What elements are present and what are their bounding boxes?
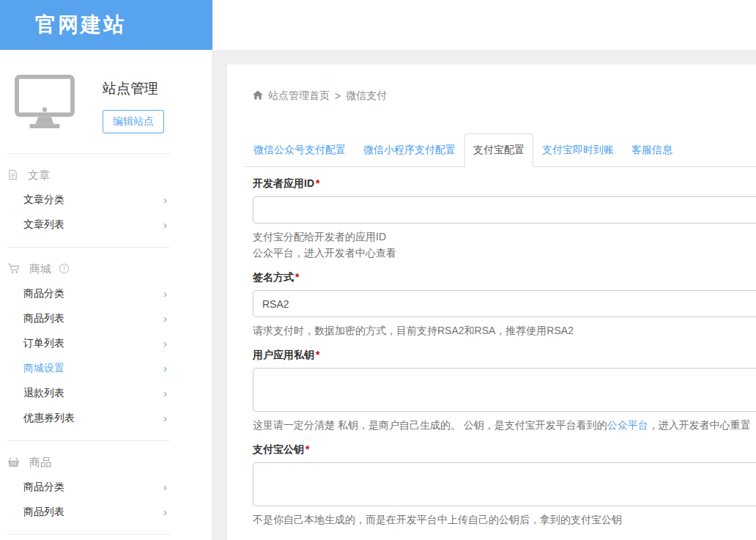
chevron-right-icon: › bbox=[163, 507, 167, 517]
required-asterisk: * bbox=[305, 443, 309, 455]
menu-item-label: 文章列表 bbox=[23, 218, 64, 232]
sidebar-section-goods: 商品 bbox=[0, 451, 212, 475]
sidebar-divider bbox=[7, 247, 170, 248]
sidebar-divider bbox=[7, 534, 170, 535]
chevron-right-icon: › bbox=[163, 195, 167, 205]
help-text: 公众平台，进入开发者中心查看 bbox=[253, 245, 756, 261]
menu-item-label: 商品列表 bbox=[23, 312, 64, 325]
sidebar: 站点管理 编辑站点 文章 文章分类 › 文章列表 › 商城 商品分类 › 商品列… bbox=[0, 50, 213, 540]
content-card: 站点管理首页 > 微信支付 微信公众号支付配置 微信小程序支付配置 支付宝配置 … bbox=[227, 64, 756, 540]
menu-item-label: 文章分类 bbox=[23, 193, 64, 207]
field-label: 签名方式* bbox=[253, 271, 756, 284]
monitor-icon bbox=[15, 75, 75, 133]
sidebar-item-goods-category[interactable]: 商品分类 › bbox=[23, 475, 167, 500]
field-label: 用户应用私钥* bbox=[253, 349, 756, 362]
menu-item-label: 优惠券列表 bbox=[23, 412, 75, 425]
site-info: 站点管理 编辑站点 bbox=[103, 75, 164, 133]
field-label: 开发者应用ID* bbox=[253, 177, 756, 191]
help-text: 这里请一定分清楚 私钥，是商户自己生成的。 公钥，是支付宝开发平台看到的公众平台… bbox=[253, 417, 756, 433]
menu-item-label: 商品列表 bbox=[23, 506, 64, 519]
alipay-config-form: 开发者应用ID* 支付宝分配给开发者的应用ID 公众平台，进入开发者中心查看 签… bbox=[253, 177, 756, 540]
sign-type-input[interactable] bbox=[253, 290, 756, 317]
breadcrumb-home[interactable]: 站点管理首页 bbox=[268, 89, 330, 103]
menu-item-label: 退款列表 bbox=[23, 387, 64, 400]
home-icon bbox=[253, 90, 263, 102]
help-text: 请求支付时，数据加密的方式，目前支持RSA2和RSA，推荐使用RSA2 bbox=[253, 322, 756, 339]
private-key-textarea[interactable] bbox=[253, 368, 756, 412]
menu-item-label: 商城设置 bbox=[23, 362, 64, 375]
form-group-app-id: 开发者应用ID* 支付宝分配给开发者的应用ID 公众平台，进入开发者中心查看 bbox=[253, 177, 756, 261]
chevron-right-icon: › bbox=[163, 388, 167, 399]
site-block: 站点管理 编辑站点 bbox=[0, 50, 212, 144]
tab-bar: 微信公众号支付配置 微信小程序支付配置 支付宝配置 支付宝即时到账 客服信息 bbox=[245, 133, 756, 167]
sidebar-item-goods-list[interactable]: 商品列表 › bbox=[23, 500, 167, 525]
chevron-right-icon: › bbox=[163, 314, 167, 324]
chevron-right-icon: › bbox=[163, 220, 167, 230]
required-asterisk: * bbox=[316, 177, 319, 189]
sidebar-item-coupon-list[interactable]: 优惠券列表 › bbox=[23, 406, 167, 431]
sidebar-section-mall: 商城 bbox=[0, 257, 212, 281]
sidebar-item-product-list[interactable]: 商品列表 › bbox=[23, 306, 167, 331]
tab-wechat-miniprogram-pay[interactable]: 微信小程序支付配置 bbox=[355, 133, 464, 167]
menu-item-label: 商品分类 bbox=[23, 287, 64, 300]
alipay-public-key-textarea[interactable] bbox=[253, 462, 756, 506]
chevron-right-icon: › bbox=[163, 413, 167, 424]
sidebar-item-order-list[interactable]: 订单列表 › bbox=[23, 331, 167, 356]
site-title: 站点管理 bbox=[103, 79, 164, 98]
tab-alipay-instant[interactable]: 支付宝即时到账 bbox=[533, 133, 623, 167]
sidebar-item-mall-settings[interactable]: 商城设置 › bbox=[23, 356, 167, 381]
required-asterisk: * bbox=[316, 349, 319, 360]
breadcrumb-separator: > bbox=[335, 90, 341, 102]
help-text: 不是你自己本地生成的，而是在开发平台中上传自己的公钥后，拿到的支付宝公钥 bbox=[253, 511, 756, 528]
chevron-right-icon: › bbox=[163, 363, 167, 374]
tab-wechat-official-pay[interactable]: 微信公众号支付配置 bbox=[245, 133, 355, 167]
sidebar-divider bbox=[7, 440, 170, 441]
chevron-right-icon: › bbox=[163, 339, 167, 349]
sidebar-divider bbox=[7, 153, 170, 154]
sidebar-item-refund-list[interactable]: 退款列表 › bbox=[23, 381, 167, 406]
edit-site-button[interactable]: 编辑站点 bbox=[103, 110, 164, 133]
tab-customer-service[interactable]: 客服信息 bbox=[623, 133, 681, 167]
cart-icon bbox=[7, 263, 20, 276]
sidebar-section-article: 文章 bbox=[0, 163, 212, 188]
breadcrumb: 站点管理首页 > 微信支付 bbox=[253, 89, 756, 103]
sidebar-item-article-category[interactable]: 文章分类 › bbox=[23, 188, 167, 212]
article-icon bbox=[7, 169, 18, 182]
required-asterisk: * bbox=[295, 271, 299, 283]
menu-item-label: 商品分类 bbox=[23, 481, 64, 494]
help-text: 支付宝分配给开发者的应用ID bbox=[253, 229, 756, 245]
top-bar: 官网建站 bbox=[0, 0, 756, 50]
public-platform-link[interactable]: 公众平台 bbox=[607, 419, 648, 431]
app-logo: 官网建站 bbox=[0, 0, 212, 50]
form-group-alipay-public-key: 支付宝公钥* 不是你自己本地生成的，而是在开发平台中上传自己的公钥后，拿到的支付… bbox=[253, 443, 756, 528]
chevron-right-icon: › bbox=[163, 482, 167, 492]
section-label: 文章 bbox=[28, 169, 50, 182]
section-label: 商品 bbox=[29, 456, 51, 470]
basket-icon bbox=[7, 456, 20, 470]
tab-alipay-config[interactable]: 支付宝配置 bbox=[464, 133, 533, 167]
app-id-input[interactable] bbox=[253, 196, 756, 223]
form-group-private-key: 用户应用私钥* 这里请一定分清楚 私钥，是商户自己生成的。 公钥，是支付宝开发平… bbox=[253, 349, 756, 433]
chevron-right-icon: › bbox=[163, 289, 167, 299]
section-label: 商城 bbox=[29, 262, 51, 276]
main-area: 站点管理首页 > 微信支付 微信公众号支付配置 微信小程序支付配置 支付宝配置 … bbox=[213, 50, 756, 540]
breadcrumb-current: 微信支付 bbox=[346, 89, 387, 103]
field-label: 支付宝公钥* bbox=[253, 443, 756, 456]
sidebar-item-product-category[interactable]: 商品分类 › bbox=[23, 281, 167, 306]
form-group-sign-type: 签名方式* 请求支付时，数据加密的方式，目前支持RSA2和RSA，推荐使用RSA… bbox=[253, 271, 756, 339]
alert-icon bbox=[59, 263, 70, 276]
menu-item-label: 订单列表 bbox=[23, 337, 64, 350]
sidebar-item-article-list[interactable]: 文章列表 › bbox=[23, 212, 167, 237]
